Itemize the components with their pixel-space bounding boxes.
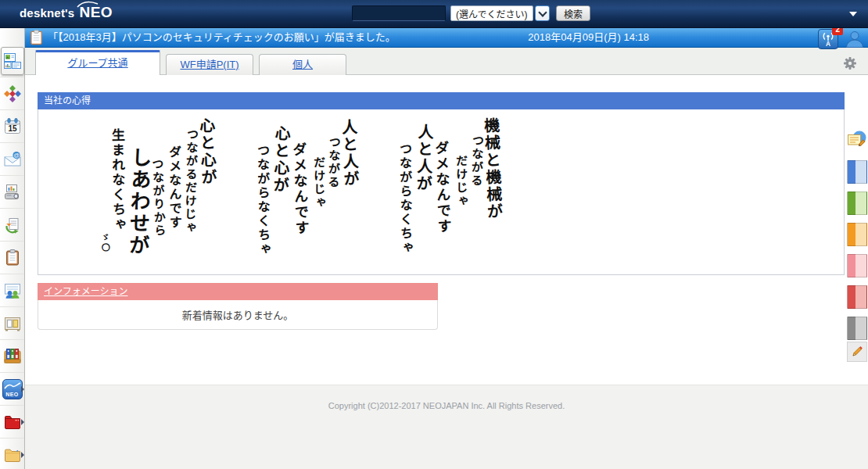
calligraphy-column: 人と人が <box>412 124 432 270</box>
tab-personal[interactable]: 個人 <box>259 54 346 75</box>
webmail-icon: @ <box>3 150 22 169</box>
logo-swoosh-icon <box>76 0 99 9</box>
calligraphy-column: 人と人が <box>340 119 362 270</box>
tab-wf-application[interactable]: WF申請P(IT) <box>166 54 253 75</box>
sidebar-item-neo-app[interactable]: NEO <box>0 373 24 406</box>
sidebar-item-red-folder[interactable] <box>0 406 24 439</box>
notification-message-area[interactable]: 「【2018年3月】パソコンのセキュリティチェックのお願い」が届きました。 <box>30 29 396 45</box>
calligraphy-column: つながらなくちゃ <box>397 142 411 270</box>
user-name-redacted <box>776 9 843 20</box>
calligraphy-column: 生まれなくちゃ <box>109 128 125 270</box>
motto-portlet-body: 機械と機械がつながるだけじゃダメなんです人と人がつながらなくちゃ人と人がつながる… <box>38 109 845 275</box>
calligraphy-column: ダメなんです <box>167 145 181 270</box>
infocast-button[interactable]: A 2 <box>818 29 838 49</box>
portal-icon <box>3 52 22 70</box>
sidebar-item-menu[interactable] <box>0 77 24 110</box>
calligraphy-image: 機械と機械がつながるだけじゃダメなんです人と人がつながらなくちゃ人と人がつながる… <box>49 117 501 270</box>
information-empty-message: 新着情報はありません。 <box>182 307 294 322</box>
calligraphy-column: つながりから <box>150 158 167 270</box>
orange-page-tab[interactable] <box>847 223 867 246</box>
document-management-icon <box>3 347 22 366</box>
expand-arrow-icon[interactable] <box>21 452 24 458</box>
search-input[interactable] <box>352 5 446 21</box>
sidebar-item-bulletin-board[interactable] <box>0 274 24 307</box>
calligraphy-column: 心と心が <box>198 117 220 270</box>
logo-text-desknets: desknet's <box>20 6 74 20</box>
desknets-neo-screen: desknet's NEO (選んでください) 検索 <box>0 0 868 469</box>
tab-group-common[interactable]: グループ共通 <box>35 50 160 75</box>
sidebar-item-presentation[interactable] <box>0 176 24 209</box>
red-page-tab[interactable] <box>847 285 867 309</box>
memo-icon <box>846 129 867 150</box>
pink-page-tab[interactable] <box>847 254 867 277</box>
bulletin-board-icon <box>3 281 22 300</box>
motto-portlet-title: 当社の心得 <box>44 95 91 106</box>
sidebar-item-document-management[interactable] <box>0 340 24 373</box>
search-button[interactable]: 検索 <box>556 5 590 21</box>
cabinet-icon <box>3 314 22 333</box>
sidebar-item-circulation[interactable] <box>0 209 24 242</box>
pencil-icon <box>848 343 866 360</box>
calligraphy-column: つながらなくちゃ <box>255 144 269 270</box>
calendar-day-label: 15 <box>8 124 17 132</box>
antenna-letter: A <box>826 40 830 48</box>
tab-personal-label: 個人 <box>292 59 313 70</box>
menu-icon <box>3 84 22 103</box>
information-portlet-title-link[interactable]: インフォメーション <box>44 286 127 297</box>
neo-app-icon: NEO <box>2 379 23 399</box>
expand-arrow-icon[interactable] <box>21 386 24 392</box>
at-mark-label: @ <box>13 152 20 159</box>
global-search: (選んでください) 検索 <box>352 5 590 21</box>
sidebar-item-todo[interactable] <box>0 242 24 274</box>
blue-page-tab[interactable] <box>847 160 867 184</box>
neo-bird-icon <box>4 382 21 390</box>
chevron-down-icon <box>538 8 547 16</box>
calligraphy-column: 心と心が <box>270 125 290 270</box>
calligraphy-column: ダメなんです <box>432 141 451 270</box>
user-menu[interactable] <box>776 9 857 20</box>
green-page-tab[interactable] <box>847 192 867 215</box>
tab-wf-application-label: WF申請P(IT) <box>180 59 239 70</box>
tab-group-common-label: グループ共通 <box>67 57 127 69</box>
circulation-icon <box>3 216 22 234</box>
sidebar-item-cabinet[interactable] <box>0 307 24 340</box>
red-folder-icon <box>3 413 22 431</box>
portal-content: 当社の心得 機械と機械がつながるだけじゃダメなんです人と人がつながらなくちゃ人と… <box>25 75 868 385</box>
search-scope-select[interactable]: (選んでください) <box>450 5 533 21</box>
notification-message: 「【2018年3月】パソコンのセキュリティチェックのお願い」が届きました。 <box>48 29 396 45</box>
search-scope-dropdown-button[interactable] <box>535 5 550 21</box>
yellow-folder-icon <box>3 446 22 464</box>
expand-arrow-icon[interactable] <box>21 419 24 425</box>
user-dropdown-caret-icon <box>849 12 857 16</box>
portal-edit-button[interactable] <box>847 342 867 362</box>
sidebar-item-yellow-folder[interactable] <box>0 439 24 469</box>
calligraphy-column: だけじゃ <box>311 156 325 270</box>
app-logo: desknet's NEO <box>20 4 113 21</box>
memo-shortcut-button[interactable] <box>846 129 867 153</box>
copyright-text: Copyright (C)2012-2017 NEOJAPAN Inc. All… <box>25 401 868 410</box>
gray-page-tab[interactable] <box>847 317 867 340</box>
information-portlet-header: インフォメーション <box>38 283 438 300</box>
information-portlet-body: 新着情報はありません。 <box>38 300 438 330</box>
portal-selected-button <box>1 47 24 75</box>
calligraphy-column: だけじゃ <box>454 155 467 270</box>
sidebar-item-webmail[interactable]: @ <box>0 143 24 176</box>
portal-settings-button[interactable] <box>843 56 857 73</box>
calligraphy-column: しあわせが <box>126 147 150 270</box>
portal-page-rail <box>846 75 868 385</box>
calligraphy-column: ダメなんです <box>290 142 309 270</box>
sidebar-item-portal[interactable] <box>0 45 24 77</box>
sidebar-item-schedule[interactable]: 15 <box>0 110 24 143</box>
calligraphy-column: つながるだけじゃ <box>181 128 198 270</box>
schedule-icon: 15 <box>3 117 22 136</box>
profile-button[interactable] <box>845 29 865 49</box>
portal-tab-bar: グループ共通 WF申請P(IT) 個人 <box>25 47 868 75</box>
person-icon <box>845 29 865 49</box>
portal-page-tabs <box>847 160 867 348</box>
calligraphy-column: つながる <box>324 136 339 270</box>
notification-clipboard-icon <box>30 30 43 45</box>
gear-icon <box>843 56 857 70</box>
motto-portlet-header: 当社の心得 <box>38 92 845 109</box>
portal-tabs: グループ共通 WF申請P(IT) 個人 <box>35 50 352 75</box>
notification-datetime: 2018年04月09日(月) 14:18 <box>528 27 649 47</box>
